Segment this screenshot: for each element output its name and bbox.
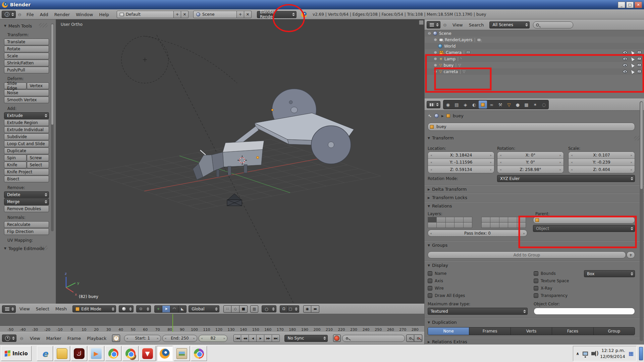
- scene-field[interactable]: Scene: [193, 11, 237, 18]
- start-button[interactable]: Inicio: [1, 346, 32, 361]
- parent-object-field[interactable]: [533, 217, 635, 224]
- display-axis-checkbox[interactable]: Axis: [428, 279, 443, 283]
- visibility-eye-icon[interactable]: [623, 57, 627, 60]
- tab-particles-icon[interactable]: ✶: [531, 101, 539, 109]
- tab-physics-icon[interactable]: ◌: [540, 101, 548, 109]
- delete-scene-button[interactable]: ✕: [244, 11, 252, 18]
- menu-item[interactable]: File: [23, 12, 37, 17]
- tray-expand-icon[interactable]: ∧: [576, 351, 579, 356]
- rotation-y-field[interactable]: Y: 0°: [497, 159, 564, 166]
- tool-button[interactable]: Extrude Region: [4, 119, 49, 126]
- network-icon[interactable]: [583, 352, 588, 356]
- play-button[interactable]: ▶: [257, 335, 264, 342]
- prev-keyframe-button[interactable]: ◀◀: [241, 335, 249, 342]
- tab-world-icon[interactable]: ◐: [470, 101, 478, 109]
- transform-locks-panel-header[interactable]: ▶ Transform Locks: [428, 195, 467, 200]
- tool-button[interactable]: Push/Pull: [4, 67, 49, 73]
- scale-z-field[interactable]: Z: 0.404: [569, 166, 635, 173]
- tab-render-layers-icon[interactable]: ▤: [452, 101, 461, 109]
- tree-row-renderlayers[interactable]: ⊕ RenderLayers |: [425, 37, 644, 43]
- row-label[interactable]: RenderLayers: [445, 38, 472, 42]
- collapse-menus-icon[interactable]: ⊖: [18, 12, 21, 17]
- snap-element-select[interactable]: ▢: [288, 305, 299, 313]
- rotation-mode-select[interactable]: XYZ Euler: [497, 175, 635, 182]
- empty-object-marker[interactable]: [227, 194, 242, 206]
- editor-type-button[interactable]: [2, 335, 16, 342]
- checkbox-icon[interactable]: [428, 271, 432, 276]
- editor-type-button[interactable]: [427, 101, 440, 108]
- object-color-swatch[interactable]: [534, 308, 635, 315]
- current-frame-playhead[interactable]: [172, 314, 173, 332]
- end-frame-field[interactable]: End: 250: [162, 335, 197, 342]
- visibility-eye-icon[interactable]: [623, 70, 627, 73]
- close-button[interactable]: ✕: [635, 2, 642, 8]
- pass-index-field[interactable]: Pass Index: 0: [428, 230, 527, 237]
- render-engine-select[interactable]: Blender Render: [257, 11, 297, 18]
- row-label[interactable]: Lamp: [444, 57, 455, 61]
- display-texture-space-checkbox[interactable]: Texture Space: [534, 279, 569, 283]
- manipulator-axes-icon[interactable]: +: [154, 305, 162, 313]
- ox-model[interactable]: [193, 141, 264, 180]
- minimize-button[interactable]: _: [618, 2, 625, 8]
- duplication-frames-button[interactable]: Frames: [469, 327, 511, 335]
- tab-scene-icon[interactable]: ◈: [461, 101, 470, 109]
- checkbox-icon[interactable]: [428, 279, 432, 283]
- use-preview-range-icon[interactable]: [112, 335, 120, 342]
- checkbox-icon[interactable]: [534, 286, 538, 291]
- manipulator-scale-icon[interactable]: ◣: [178, 305, 186, 313]
- region-toggle-widget[interactable]: [419, 20, 424, 25]
- insert-keyframe-icon[interactable]: [406, 335, 414, 342]
- display-bounds-checkbox[interactable]: Bounds: [534, 271, 556, 276]
- collapse-menus-icon[interactable]: ⊖: [443, 22, 447, 27]
- parent-type-select[interactable]: Object: [533, 225, 635, 232]
- checkbox-icon[interactable]: [428, 293, 432, 298]
- max-draw-type-select[interactable]: Textured: [428, 308, 528, 315]
- delete-keyframe-icon[interactable]: [414, 335, 422, 342]
- tool-button[interactable]: Rotate: [4, 46, 49, 52]
- object-name-field[interactable]: buey: [428, 123, 635, 131]
- checkbox-icon[interactable]: [428, 286, 432, 291]
- tool-button[interactable]: Bisect: [4, 176, 49, 182]
- tool-button[interactable]: Noise: [4, 89, 49, 96]
- tree-row-carreta[interactable]: ⊕ ▽ carreta | ▽: [425, 68, 644, 75]
- proportional-edit-select[interactable]: ○: [262, 305, 276, 312]
- edge-select-icon[interactable]: ◇: [231, 305, 239, 313]
- display-draw-all-edges-checkbox[interactable]: Draw All Edges: [428, 293, 465, 298]
- menu-item[interactable]: View: [16, 306, 33, 311]
- pivot-point-select[interactable]: ⊙: [136, 305, 151, 312]
- renderability-camera-icon[interactable]: [637, 64, 641, 67]
- tool-button-knife-select[interactable]: Select: [27, 162, 49, 168]
- breadcrumb-object-name[interactable]: buey: [453, 113, 464, 118]
- tree-row-camera[interactable]: ⊕ Camera |: [425, 49, 644, 56]
- expand-icon[interactable]: ⊕: [433, 38, 437, 42]
- location-x-field[interactable]: X: 3.18424: [428, 152, 494, 159]
- menu-item[interactable]: Marker: [43, 336, 64, 341]
- relations-extras-panel-header[interactable]: ▶ Relations Extras: [428, 339, 467, 344]
- taskbar-app-chrome-profile[interactable]: [122, 346, 139, 361]
- tool-button[interactable]: Knife Project: [4, 169, 49, 175]
- tool-button[interactable]: Flip Direction: [4, 228, 49, 235]
- editor-type-button[interactable]: [427, 21, 440, 28]
- menu-item[interactable]: Select: [33, 306, 52, 311]
- outliner-filter-select[interactable]: All Scenes: [489, 21, 530, 28]
- panel-drag-hatch[interactable]: [39, 23, 48, 27]
- mesh-tools-panel-header[interactable]: ▼ Mesh Tools: [4, 22, 49, 29]
- selectability-cursor-icon[interactable]: [630, 63, 635, 68]
- display-name-checkbox[interactable]: Name: [428, 271, 446, 276]
- duplication-faces-button[interactable]: Faces: [552, 327, 593, 335]
- pin-icon[interactable]: ➳: [427, 113, 433, 119]
- display-panel-header[interactable]: ▼ Display: [428, 263, 448, 268]
- visibility-eye-icon[interactable]: [623, 64, 627, 67]
- duplication-verts-button[interactable]: Verts: [511, 327, 552, 335]
- tab-object-icon[interactable]: [479, 101, 487, 109]
- opengl-render-anim-icon[interactable]: ▬: [311, 305, 319, 313]
- tool-button[interactable]: Smooth Vertex: [4, 97, 49, 103]
- jump-to-start-button[interactable]: |◀◀: [233, 335, 241, 342]
- menu-item[interactable]: Window: [73, 12, 96, 17]
- clock-widget[interactable]: 12:12 p.m. 12/09/2014: [600, 348, 625, 359]
- taskbar-app-scorpion[interactable]: ك: [71, 346, 87, 361]
- tree-row-scene[interactable]: ⊖ Scene: [425, 30, 644, 37]
- display-transparency-checkbox[interactable]: Transparency: [534, 293, 568, 298]
- sync-mode-select[interactable]: No Sync: [284, 335, 327, 342]
- menu-item[interactable]: Add: [37, 12, 51, 17]
